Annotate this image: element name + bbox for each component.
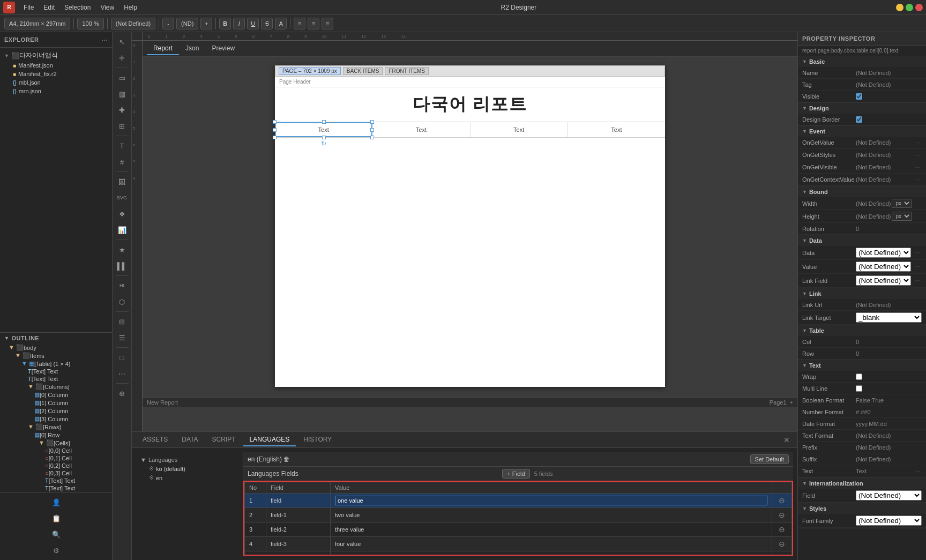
outline-table[interactable]: ▼ ▦ [Table] (1 × 4): [0, 360, 112, 368]
table-tool[interactable]: ▦: [115, 86, 130, 101]
maximize-button[interactable]: [906, 4, 913, 11]
i18n-section-header[interactable]: ▼ Internationalization: [798, 478, 926, 489]
file-manifest-json[interactable]: ■ Manifest.json: [0, 61, 112, 70]
chart-tool[interactable]: 📊: [115, 222, 130, 237]
outline-text-cell-1[interactable]: T [Text] Text: [0, 477, 112, 484]
handle-tl[interactable]: [273, 120, 277, 124]
underline-button[interactable]: U: [247, 18, 259, 29]
outline-row-0[interactable]: ▦ [0] Row: [0, 431, 112, 439]
remove-row-2[interactable]: ⊖: [776, 510, 787, 520]
rotate-handle[interactable]: ↻: [320, 140, 327, 147]
link-target-select[interactable]: _blank: [856, 312, 922, 323]
value-more[interactable]: ···: [913, 263, 922, 271]
tab-script[interactable]: SCRIPT: [206, 434, 242, 446]
tree-root-app[interactable]: ▼ ⬛ 다자이너앱식: [0, 50, 112, 61]
link-field-more[interactable]: ···: [913, 277, 922, 285]
outline-cell-02[interactable]: ○ [0,2] Cell: [0, 462, 112, 469]
bottom-panel-close[interactable]: ✕: [780, 434, 793, 446]
font-family-dropdown[interactable]: (Not Defined): [856, 516, 922, 526]
lang-ko[interactable]: ※ ko (default): [136, 464, 243, 473]
zoom-selector[interactable]: 100 %: [77, 18, 103, 29]
align-right-button[interactable]: ≡: [322, 18, 333, 29]
strikethrough-button[interactable]: S: [261, 18, 273, 29]
outline-col-2[interactable]: ▦ [2] Column: [0, 407, 112, 415]
link-field-dropdown[interactable]: (Not Defined) ···: [856, 275, 922, 286]
data-section-header[interactable]: ▼ Data: [798, 235, 926, 246]
handle-tc[interactable]: [322, 120, 326, 124]
menu-selection[interactable]: Selection: [60, 3, 95, 12]
list-tool[interactable]: ☰: [115, 330, 130, 345]
menu-help[interactable]: Help: [120, 3, 141, 12]
height-unit[interactable]: px: [892, 212, 912, 221]
link-target-dropdown[interactable]: _blank: [856, 312, 922, 323]
handle-mr[interactable]: [370, 128, 374, 132]
link-section-header[interactable]: ▼ Link: [798, 288, 926, 299]
on-get-visible-more[interactable]: ···: [913, 163, 922, 171]
tab-assets[interactable]: ASSETS: [136, 434, 174, 446]
event-section-header[interactable]: ▼ Event: [798, 126, 926, 137]
value-dropdown[interactable]: (Not Defined) ···: [856, 262, 922, 272]
remove-row-3[interactable]: ⊖: [776, 524, 787, 535]
visible-checkbox[interactable]: [856, 93, 862, 100]
data-select[interactable]: (Not Defined): [856, 248, 911, 258]
grid-tool[interactable]: ⊞: [115, 118, 130, 133]
bound-section-header[interactable]: ▼ Bound: [798, 186, 926, 197]
plus-button[interactable]: +: [200, 18, 212, 29]
on-get-context-more[interactable]: ···: [913, 175, 922, 184]
outline-text-1[interactable]: T [Text] Text: [0, 368, 112, 375]
tab-json[interactable]: Json: [179, 42, 205, 55]
outline-columns[interactable]: ▼ ⬛ [Columns]: [0, 383, 112, 391]
tab-data[interactable]: DATA: [175, 434, 204, 446]
component-tool[interactable]: ❖: [115, 206, 130, 221]
outline-cell-01[interactable]: ○ [0,1] Cell: [0, 454, 112, 462]
italic-button[interactable]: I: [233, 18, 245, 29]
rect-tool[interactable]: ▭: [115, 70, 130, 85]
sidebar-more-button[interactable]: ···: [101, 35, 108, 44]
add-field-button[interactable]: + Field: [502, 469, 529, 479]
set-default-button[interactable]: Set Default: [750, 454, 789, 464]
format-tool[interactable]: #: [115, 154, 130, 169]
shape-tool[interactable]: ⬡: [115, 294, 130, 309]
remove-row-5[interactable]: ⊖: [776, 553, 787, 556]
handle-ml[interactable]: [273, 128, 277, 132]
handle-br[interactable]: [370, 136, 374, 139]
outline-col-0[interactable]: ▦ [0] Column: [0, 391, 112, 399]
outline-col-1[interactable]: ▦ [1] Column: [0, 399, 112, 407]
nd-button[interactable]: (ND): [176, 18, 198, 29]
file-mrn-json[interactable]: {} mrn.json: [0, 87, 112, 95]
tab-history[interactable]: HISTORY: [297, 434, 338, 446]
table-cell-2[interactable]: Text: [471, 122, 568, 137]
value-input-1[interactable]: [335, 496, 767, 505]
paper-size-selector[interactable]: A4, 210mm × 297mm: [4, 18, 70, 29]
on-get-styles-more[interactable]: ···: [913, 151, 922, 159]
outline-text-cell-2[interactable]: T [Text] Text: [0, 484, 112, 492]
menu-edit[interactable]: Edit: [39, 3, 59, 12]
handle-bc[interactable]: [322, 136, 326, 139]
back-items-label[interactable]: BACK ITEMS: [343, 67, 383, 75]
front-items-label[interactable]: FRONT ITEMS: [385, 67, 429, 75]
remove-row-1[interactable]: ⊖: [776, 495, 787, 506]
file-manifest-r2[interactable]: ■ Manifest_fix.r2: [0, 70, 112, 78]
table-section-header[interactable]: ▼ Table: [798, 325, 926, 336]
on-get-value-more[interactable]: ···: [913, 138, 922, 147]
i18n-field-select[interactable]: (Not Defined): [856, 490, 922, 501]
star-tool[interactable]: ★: [115, 242, 130, 257]
design-section-header[interactable]: ▼ Design: [798, 103, 926, 114]
text-tool[interactable]: T: [115, 138, 130, 153]
i18n-field-dropdown[interactable]: (Not Defined): [856, 490, 922, 501]
menu-file[interactable]: File: [19, 3, 38, 12]
wrap-checkbox[interactable]: [856, 374, 862, 380]
minus-button[interactable]: -: [162, 18, 174, 29]
styles-section-header[interactable]: ▼ Styles: [798, 503, 926, 514]
tab-preview[interactable]: Preview: [205, 42, 241, 55]
table-cell-3[interactable]: Text: [568, 122, 665, 137]
font-family-select[interactable]: (Not Defined): [856, 516, 922, 526]
outline-col-3[interactable]: ▦ [3] Column: [0, 415, 112, 423]
outline-cells[interactable]: ▼ ⬛ [Cells]: [0, 439, 112, 447]
barcode-tool[interactable]: ▌▌: [115, 258, 130, 273]
sidebar-settings-icon[interactable]: ⚙: [49, 543, 64, 558]
sidebar-user-icon[interactable]: 👤: [49, 495, 64, 510]
table-cell-0[interactable]: ↻ Text: [275, 122, 372, 137]
remove-row-4[interactable]: ⊖: [776, 539, 787, 549]
link-field-select[interactable]: (Not Defined): [856, 275, 911, 286]
